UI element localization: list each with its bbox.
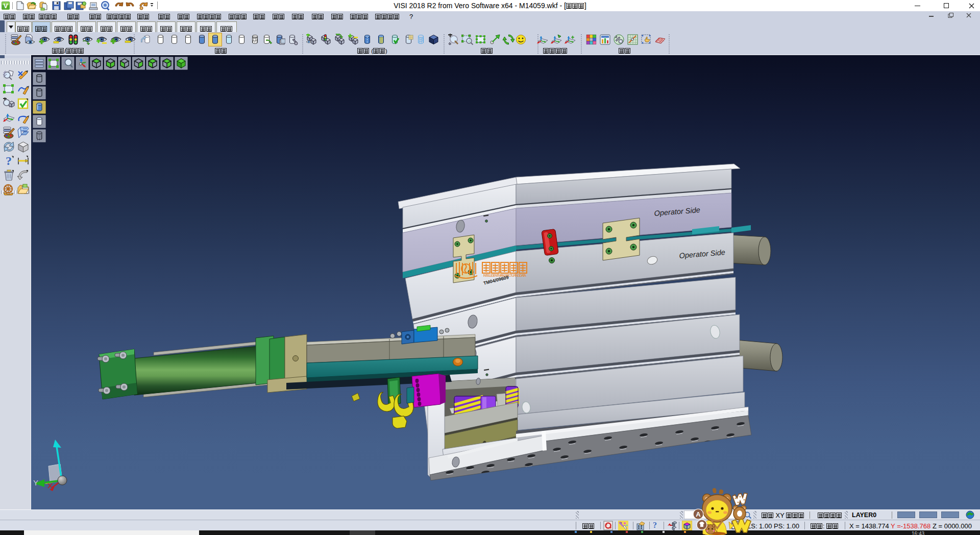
svg-text:A: A — [696, 510, 701, 518]
svg-text:?: ? — [6, 155, 12, 167]
svg-text:Y: Y — [33, 478, 38, 487]
